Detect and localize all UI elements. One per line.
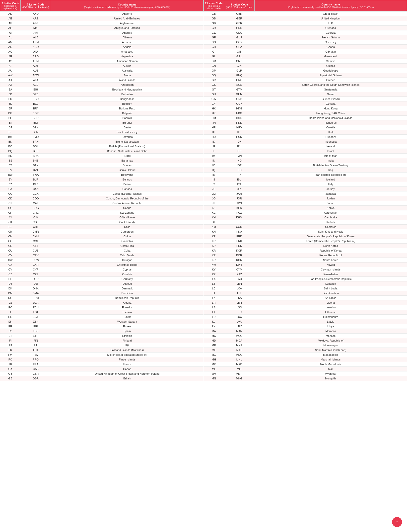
two-letter-code: MH: [204, 357, 224, 362]
country-name: Hong Kong, SAR China: [254, 111, 407, 116]
three-letter-code: CHE: [20, 210, 51, 215]
table-row: LTLTULithuania: [204, 310, 407, 315]
country-name: Comoros: [254, 225, 407, 229]
three-letter-code: ECU: [20, 305, 51, 310]
three-letter-code: AND: [20, 11, 51, 16]
three-letter-code: ESP: [20, 329, 51, 334]
country-name: Angola: [51, 45, 203, 49]
two-letter-code: DO: [0, 296, 21, 300]
three-letter-code: LKA: [224, 296, 254, 300]
two-letter-code: KP: [204, 239, 224, 244]
two-letter-code: BE: [0, 101, 21, 106]
two-letter-code: AT: [0, 64, 21, 68]
two-letter-code: FJ: [0, 343, 21, 348]
country-name: Bahamas: [51, 158, 203, 163]
three-letter-code: MKD: [224, 362, 254, 367]
two-letter-code: MD: [204, 338, 224, 343]
table-row: BTBTNBhutan: [0, 163, 204, 168]
two-letter-code: FO: [0, 357, 21, 362]
two-letter-code: LB: [204, 281, 224, 286]
country-name: Italy: [254, 182, 407, 187]
two-letter-code: MK: [204, 362, 224, 367]
two-letter-code: FK: [0, 348, 21, 353]
three-letter-code: KWT: [224, 263, 254, 267]
two-letter-code: EG: [0, 315, 21, 319]
table-row: FJFJIFiji: [0, 343, 204, 348]
two-letter-code: CK: [0, 220, 21, 225]
table-row: GUGUMGuam: [204, 92, 407, 97]
two-letter-code: DM: [0, 291, 21, 296]
table-row: AEAREUnited Arab Emirates: [0, 16, 204, 21]
three-letter-code: DJI: [20, 281, 51, 286]
two-letter-code: BM: [0, 135, 21, 139]
three-letter-code: BRN: [20, 139, 51, 144]
country-name: Monaco: [254, 334, 407, 338]
country-name: Saint Kitts and Nevis: [254, 229, 407, 234]
country-name: North Macedonia: [254, 362, 407, 367]
left-col1-header: 2 Letter Code (ISO 3166-1 alpha-2 code): [0, 0, 21, 11]
three-letter-code: GNQ: [224, 73, 254, 78]
table-row: FIFINFinland: [0, 338, 204, 343]
three-letter-code: KHM: [224, 215, 254, 220]
two-letter-code: KG: [204, 210, 224, 215]
table-row: GBGBRGreat Britain: [204, 11, 407, 16]
table-row: JMJAMJamaica: [204, 191, 407, 196]
three-letter-code: GRD: [224, 26, 254, 30]
table-row: BDBGDBangladesh: [0, 97, 204, 101]
three-letter-code: BLR: [20, 177, 51, 182]
three-letter-code: DMA: [20, 291, 51, 296]
table-row: GBGBRUnited Kingdom of Great Britain and…: [0, 371, 204, 376]
country-name: Jamaica: [254, 191, 407, 196]
three-letter-code: HMD: [224, 116, 254, 120]
two-letter-code: BL: [0, 130, 21, 135]
table-row: GNGINGuinea: [204, 64, 407, 68]
three-letter-code: EST: [20, 310, 51, 315]
three-letter-code: AIA: [20, 30, 51, 35]
two-letter-code: AD: [0, 11, 21, 16]
country-name: Indonesia: [254, 139, 407, 144]
country-name: Saint Barthélemy: [51, 130, 203, 135]
country-name: Moldova, Republic of: [254, 338, 407, 343]
table-row: CVCPVCabo Verde: [0, 253, 204, 258]
three-letter-code: ETH: [20, 334, 51, 338]
table-row: LYLBYLibya: [204, 324, 407, 329]
country-name: Lesotho: [254, 305, 407, 310]
two-letter-code: KI: [204, 220, 224, 225]
table-row: LKLKASri Lanka: [204, 296, 407, 300]
two-letter-code: GS: [204, 83, 224, 87]
country-name: Curaçao: [51, 258, 203, 263]
three-letter-code: AFG: [20, 21, 51, 26]
table-row: LBLBNLebanon: [204, 281, 407, 286]
table-row: GTGTMGuatemala: [204, 87, 407, 92]
country-name: Guinea-Bissau: [254, 97, 407, 101]
three-letter-code: GUM: [224, 92, 254, 97]
country-name: Iran (Islamic Republic of): [254, 173, 407, 177]
table-row: BIBDIBurundi: [0, 120, 204, 125]
two-letter-code: HM: [204, 116, 224, 120]
table-row: IEIRLIreland: [204, 144, 407, 149]
table-row: JPJPNJapan: [204, 201, 407, 206]
table-row: BZBLZBelize: [0, 182, 204, 187]
table-row: ATAUTAustria: [0, 64, 204, 68]
country-name: United Arab Emirates: [51, 16, 203, 21]
two-letter-code: CH: [0, 210, 21, 215]
country-name: Austria: [51, 64, 203, 68]
country-name: British Indian Ocean Territory: [254, 163, 407, 168]
table-row: MNMNGMongolia: [204, 376, 407, 381]
table-row: KMCOMComoros: [204, 225, 407, 229]
two-letter-code: GB: [0, 371, 21, 376]
table-row: GRGRCGreece: [204, 78, 407, 83]
three-letter-code: IRL: [224, 144, 254, 149]
table-row: GYGUYGuyana: [204, 101, 407, 106]
three-letter-code: PRK: [224, 239, 254, 244]
three-letter-code: GUY: [224, 101, 254, 106]
three-letter-code: MCO: [224, 334, 254, 338]
country-name: United Kingdom of Great Britain and Nort…: [51, 371, 203, 376]
three-letter-code: MNG: [224, 376, 254, 381]
three-letter-code: AUS: [20, 68, 51, 73]
three-letter-code: FIN: [20, 338, 51, 343]
country-name: Colombia: [51, 239, 203, 244]
two-letter-code: LC: [204, 286, 224, 291]
two-letter-code: GT: [204, 87, 224, 92]
left-col3-header: Country name (English short name ocially…: [51, 0, 203, 11]
